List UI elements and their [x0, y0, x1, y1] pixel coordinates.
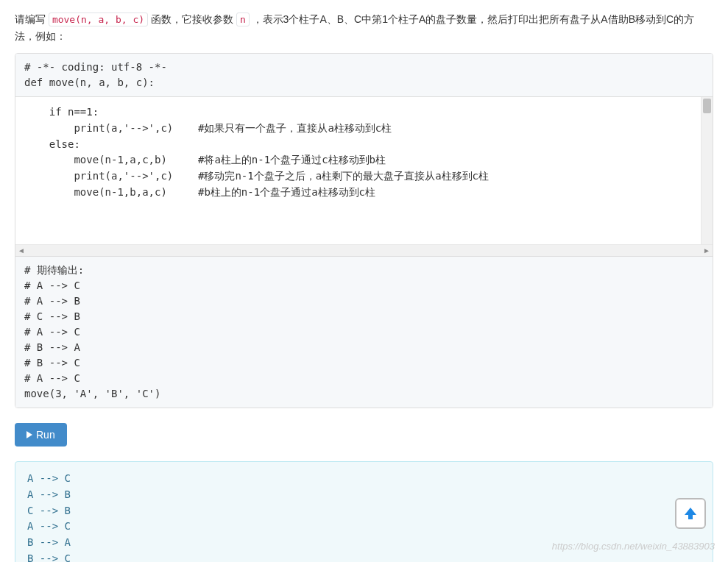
inline-code-move: move(n, a, b, c) — [49, 13, 148, 26]
scrollbar-horizontal[interactable]: ◄ ► — [15, 244, 713, 256]
comment-segment: #移动完n-1个盘子之后，a柱剩下的最大盘子直接从a柱移到c柱 — [198, 170, 489, 182]
scrollbar-vertical[interactable] — [701, 97, 713, 244]
code-container: # -*- coding: utf-8 -*- def move(n, a, b… — [15, 53, 713, 408]
run-button-label: Run — [36, 429, 55, 441]
arrow-up-icon — [682, 505, 699, 522]
editor-line: if n==1: — [24, 104, 704, 121]
scroll-left-arrow-icon[interactable]: ◄ — [17, 246, 26, 255]
output-box: A --> C A --> B C --> B A --> C B --> A … — [15, 461, 713, 562]
editor-line: print(a,'-->',c) #如果只有一个盘子，直接从a柱移动到c柱 — [24, 121, 704, 137]
code-segment: else: — [24, 138, 80, 150]
run-button[interactable]: Run — [15, 423, 67, 447]
editor-line: print(a,'-->',c) #移动完n-1个盘子之后，a柱剩下的最大盘子直… — [24, 168, 704, 185]
editor-line: else: — [24, 137, 704, 153]
comment-segment: #如果只有一个盘子，直接从a柱移动到c柱 — [198, 122, 392, 134]
instruction-prefix: 请编写 — [15, 13, 49, 25]
code-segment: print(a,'-->',c) — [24, 170, 198, 182]
editor-line: move(n-1,b,a,c) #b柱上的n-1个盘子通过a柱移动到c柱 — [24, 185, 704, 201]
scroll-right-arrow-icon[interactable]: ► — [702, 246, 711, 255]
comment-segment: #将a柱上的n-1个盘子通过c柱移动到b柱 — [198, 154, 386, 166]
code-header: # -*- coding: utf-8 -*- def move(n, a, b… — [15, 54, 713, 97]
comment-segment: #b柱上的n-1个盘子通过a柱移动到c柱 — [198, 186, 375, 198]
editor-line: move(n-1,a,c,b) #将a柱上的n-1个盘子通过c柱移动到b柱 — [24, 152, 704, 168]
scrollbar-vertical-thumb[interactable] — [703, 99, 711, 113]
code-footer: # 期待输出: # A --> C # A --> B # C --> B # … — [15, 256, 713, 408]
play-icon — [26, 431, 32, 438]
code-segment: print(a,'-->',c) — [24, 122, 198, 134]
scroll-to-top-button[interactable] — [675, 498, 706, 529]
inline-code-n: n — [236, 13, 250, 26]
code-segment: move(n-1,a,c,b) — [24, 154, 198, 166]
editor-wrapper: if n==1: print(a,'-->',c) #如果只有一个盘子，直接从a… — [15, 97, 713, 244]
code-segment: if n==1: — [24, 106, 99, 118]
instruction-text: 请编写 move(n, a, b, c) 函数，它接收参数 n ，表示3个柱子A… — [15, 11, 713, 44]
code-segment: move(n-1,b,a,c) — [24, 186, 198, 198]
code-editor[interactable]: if n==1: print(a,'-->',c) #如果只有一个盘子，直接从a… — [15, 97, 713, 244]
instruction-mid: 函数，它接收参数 — [148, 13, 236, 25]
